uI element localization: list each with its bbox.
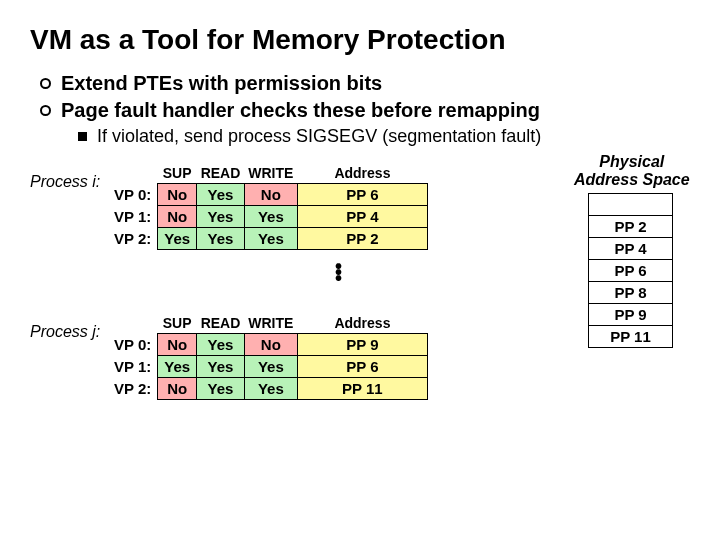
cell-read: Yes bbox=[197, 334, 245, 356]
bullet-list: Extend PTEs with permission bits Page fa… bbox=[40, 72, 690, 147]
vp-label: VP 1: bbox=[108, 356, 158, 378]
circle-icon bbox=[40, 78, 51, 89]
table-header-row: SUP READ WRITE Address bbox=[108, 315, 427, 334]
vp-label: VP 2: bbox=[108, 378, 158, 400]
phys-row: PP 2 bbox=[589, 216, 673, 238]
col-read: READ bbox=[197, 165, 245, 184]
table-row: VP 0: No Yes No PP 6 bbox=[108, 184, 427, 206]
cell-addr: PP 2 bbox=[297, 228, 427, 250]
bullet-1-text: Extend PTEs with permission bits bbox=[61, 72, 382, 95]
cell-sup: No bbox=[158, 184, 197, 206]
vp-label: VP 2: bbox=[108, 228, 158, 250]
phys-cell: PP 2 bbox=[589, 216, 673, 238]
col-sup: SUP bbox=[158, 165, 197, 184]
col-addr: Address bbox=[297, 165, 427, 184]
cell-write: No bbox=[244, 334, 297, 356]
cell-read: Yes bbox=[197, 378, 245, 400]
table-row: VP 1: Yes Yes Yes PP 6 bbox=[108, 356, 427, 378]
cell-addr: PP 9 bbox=[297, 334, 427, 356]
page-title: VM as a Tool for Memory Protection bbox=[30, 24, 690, 56]
bullet-1: Extend PTEs with permission bits bbox=[40, 72, 690, 95]
table-row: VP 2: Yes Yes Yes PP 2 bbox=[108, 228, 427, 250]
phys-row: PP 6 bbox=[589, 260, 673, 282]
bullet-2-text: Page fault handler checks these before r… bbox=[61, 99, 540, 122]
phys-label-line2: Address Space bbox=[574, 171, 690, 188]
phys-row bbox=[589, 194, 673, 216]
phys-cell bbox=[589, 194, 673, 216]
circle-icon bbox=[40, 105, 51, 116]
vp-label: VP 0: bbox=[108, 334, 158, 356]
col-sup: SUP bbox=[158, 315, 197, 334]
cell-read: Yes bbox=[197, 206, 245, 228]
cell-sup: Yes bbox=[158, 356, 197, 378]
cell-sup: No bbox=[158, 334, 197, 356]
cell-addr: PP 6 bbox=[297, 184, 427, 206]
vp-label: VP 1: bbox=[108, 206, 158, 228]
square-icon bbox=[78, 132, 87, 141]
process-j-label: Process j: bbox=[30, 323, 100, 341]
cell-write: Yes bbox=[244, 228, 297, 250]
table-row: VP 2: No Yes Yes PP 11 bbox=[108, 378, 427, 400]
vertical-ellipsis-icon: ••• bbox=[335, 263, 342, 281]
bullet-2: Page fault handler checks these before r… bbox=[40, 99, 690, 122]
col-read: READ bbox=[197, 315, 245, 334]
cell-addr: PP 4 bbox=[297, 206, 427, 228]
physical-space-label: Physical Address Space bbox=[574, 153, 690, 189]
page-table-j: SUP READ WRITE Address VP 0: No Yes No P… bbox=[108, 315, 428, 400]
diagram-area: Process i: SUP READ WRITE Address VP 0: … bbox=[30, 165, 690, 485]
phys-cell: PP 4 bbox=[589, 238, 673, 260]
cell-sup: No bbox=[158, 206, 197, 228]
cell-read: Yes bbox=[197, 228, 245, 250]
cell-write: No bbox=[244, 184, 297, 206]
sub-bullet: If violated, send process SIGSEGV (segme… bbox=[78, 126, 690, 147]
cell-write: Yes bbox=[244, 378, 297, 400]
cell-read: Yes bbox=[197, 184, 245, 206]
cell-addr: PP 11 bbox=[297, 378, 427, 400]
table-row: VP 0: No Yes No PP 9 bbox=[108, 334, 427, 356]
table-row: VP 1: No Yes Yes PP 4 bbox=[108, 206, 427, 228]
phys-row: PP 4 bbox=[589, 238, 673, 260]
cell-sup: Yes bbox=[158, 228, 197, 250]
cell-write: Yes bbox=[244, 356, 297, 378]
phys-cell: PP 6 bbox=[589, 260, 673, 282]
page-table-i: SUP READ WRITE Address VP 0: No Yes No P… bbox=[108, 165, 428, 250]
vp-label: VP 0: bbox=[108, 184, 158, 206]
cell-write: Yes bbox=[244, 206, 297, 228]
phys-row: PP 8 bbox=[589, 282, 673, 304]
col-write: WRITE bbox=[244, 315, 297, 334]
col-addr: Address bbox=[297, 315, 427, 334]
phys-row: PP 11 bbox=[589, 326, 673, 348]
cell-sup: No bbox=[158, 378, 197, 400]
cell-read: Yes bbox=[197, 356, 245, 378]
phys-cell: PP 11 bbox=[589, 326, 673, 348]
process-i-label: Process i: bbox=[30, 173, 100, 191]
phys-label-line1: Physical bbox=[599, 153, 664, 170]
cell-addr: PP 6 bbox=[297, 356, 427, 378]
col-write: WRITE bbox=[244, 165, 297, 184]
phys-cell: PP 8 bbox=[589, 282, 673, 304]
phys-row: PP 9 bbox=[589, 304, 673, 326]
phys-cell: PP 9 bbox=[589, 304, 673, 326]
physical-address-space: PP 2 PP 4 PP 6 PP 8 PP 9 PP 11 bbox=[588, 193, 673, 348]
sub-bullet-text: If violated, send process SIGSEGV (segme… bbox=[97, 126, 541, 147]
table-header-row: SUP READ WRITE Address bbox=[108, 165, 427, 184]
